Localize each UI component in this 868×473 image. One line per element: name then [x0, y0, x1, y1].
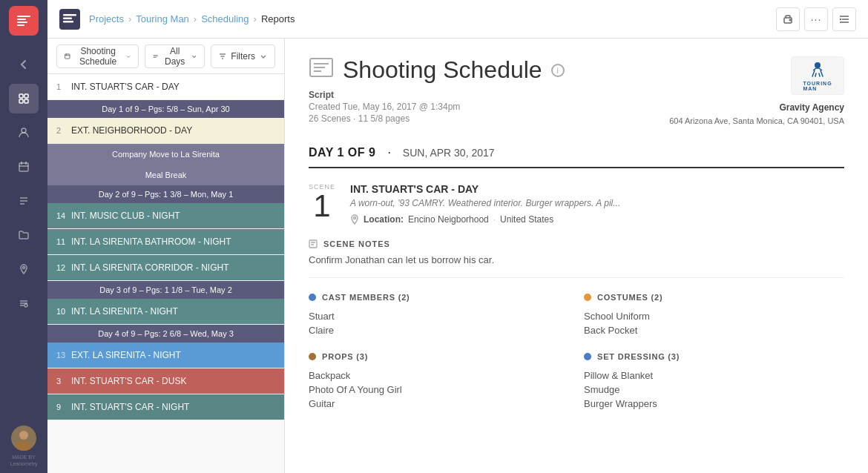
breadcrumb-sep2: ›	[194, 13, 197, 24]
top-bar-actions: ···	[776, 7, 856, 31]
agency-logo: TOURINGMAN	[791, 56, 844, 95]
scene-item-9[interactable]: 9 INT. STUART'S CAR - NIGHT	[47, 394, 284, 420]
day-divider-3: Day 3 of 9 – Pgs: 1 1/8 – Tue, May 2	[47, 281, 284, 299]
props-header: PROPS (3)	[309, 352, 569, 361]
report-header: Shooting Schedule i Script Created Tue, …	[309, 56, 844, 128]
rail-bottom: MADE BYLeanometry	[10, 426, 38, 467]
cast-header: CAST MEMBERS (2)	[309, 293, 569, 302]
content-area: Shooting Schedule All Days Filters 1	[47, 39, 868, 473]
svg-point-18	[815, 62, 821, 68]
nav-location[interactable]	[9, 254, 39, 284]
costume-item-2: Back Pocket	[584, 323, 844, 337]
scene-item-12[interactable]: 12 INT. LA SIRENITA CORRIDOR - NIGHT	[47, 255, 284, 281]
set-dressing-dot	[584, 353, 591, 360]
prop-item-3: Guitar	[309, 397, 569, 411]
category-grid: CAST MEMBERS (2) Stuart Claire COSTUMES …	[309, 293, 844, 411]
nav-scenes[interactable]	[9, 186, 39, 216]
breadcrumb-sep3: ›	[254, 13, 257, 24]
print-button[interactable]	[776, 7, 800, 31]
info-icon[interactable]: i	[551, 64, 565, 77]
scene-number-badge: SCENE 1	[309, 183, 335, 225]
scene-item-10[interactable]: 10 INT. LA SIRENITA - NIGHT	[47, 299, 284, 325]
svg-rect-2	[19, 99, 23, 103]
notes-header: SCENE NOTES	[309, 239, 844, 248]
scene-notes-section: SCENE NOTES Confirm Jonathan can let us …	[309, 239, 844, 278]
cast-dot	[309, 294, 316, 301]
sidebar-list: 1 INT. STUART'S CAR - DAY Day 1 of 9 – P…	[47, 74, 284, 473]
costumes-dot	[584, 294, 591, 301]
scene-item-3[interactable]: 3 INT. STUART'S CAR - DUSK	[47, 368, 284, 394]
day-sep: ·	[387, 146, 390, 159]
nav-users[interactable]	[9, 118, 39, 148]
scene-item-11[interactable]: 11 INT. LA SIRENITA BATHROOM - NIGHT	[47, 229, 284, 255]
set-dressing-item-2: Smudge	[584, 383, 844, 397]
report-title-text: Shooting Schedule	[343, 56, 542, 84]
report-title-icon	[309, 57, 334, 83]
scene-item-13[interactable]: 13 EXT. LA SIRENITA - NIGHT	[47, 343, 284, 368]
nav-folder[interactable]	[9, 220, 39, 250]
all-days-button[interactable]: All Days	[145, 44, 205, 68]
breadcrumb-scheduling[interactable]: Scheduling	[201, 13, 249, 24]
set-dressing-item-1: Pillow & Blanket	[584, 368, 844, 383]
scene-item-2[interactable]: 2 EXT. NEIGHBORHOOD - DAY	[47, 118, 284, 144]
main-content: Shooting Schedule i Script Created Tue, …	[285, 39, 868, 473]
svg-point-9	[16, 441, 31, 451]
svg-point-14	[789, 19, 791, 21]
svg-rect-11	[63, 17, 72, 19]
day-label: DAY 1 OF 9	[309, 146, 375, 159]
report-title-area: Shooting Schedule i Script Created Tue, …	[309, 56, 565, 125]
svg-rect-20	[309, 240, 317, 248]
svg-point-15	[840, 18, 841, 19]
meal-break-row: Meal Break	[47, 165, 284, 185]
top-bar: Projects › Touring Man › Scheduling › Re…	[47, 0, 868, 39]
scene-title: INT. STUART'S CAR - DAY	[350, 183, 844, 195]
prop-item-1: Backpack	[309, 368, 569, 383]
report-title-row: Shooting Schedule i	[309, 56, 565, 84]
user-avatar[interactable]	[11, 426, 36, 451]
notes-text: Confirm Jonathan can let us borrow his c…	[309, 254, 844, 265]
sidebar-toolbar: Shooting Schedule All Days Filters	[47, 39, 284, 74]
agency-info: TOURINGMAN Gravity Agency 604 Arizona Av…	[669, 56, 844, 128]
svg-point-6	[23, 267, 25, 269]
nav-settings[interactable]	[9, 288, 39, 318]
svg-rect-1	[24, 94, 28, 98]
breadcrumb-current: Reports	[261, 13, 295, 24]
svg-point-8	[19, 431, 28, 440]
costumes-section: COSTUMES (2) School Uniform Back Pocket	[584, 293, 844, 337]
breadcrumb-sep1: ›	[128, 13, 131, 24]
sidebar-panel: Shooting Schedule All Days Filters 1	[47, 39, 285, 473]
svg-point-19	[354, 216, 356, 219]
nav-home[interactable]	[9, 84, 39, 113]
scene-description: A worn-out, '93 CAMRY. Weathered interio…	[350, 198, 844, 208]
breadcrumb-project[interactable]: Touring Man	[136, 13, 189, 24]
breadcrumb-projects[interactable]: Projects	[89, 13, 124, 24]
set-dressing-section: SET DRESSING (3) Pillow & Blanket Smudge…	[584, 352, 844, 411]
layout-button[interactable]	[832, 7, 856, 31]
shooting-schedule-button[interactable]: Shooting Schedule	[56, 44, 139, 68]
more-button[interactable]: ···	[804, 7, 828, 31]
day-divider-1: Day 1 of 9 – Pgs: 5/8 – Sun, Apr 30	[47, 100, 284, 118]
nav-back[interactable]	[9, 50, 39, 79]
report-meta: Script Created Tue, May 16, 2017 @ 1:34p…	[309, 90, 565, 125]
icon-rail: MADE BYLeanometry	[0, 0, 47, 473]
day-section-header: DAY 1 OF 9 · SUN, APR 30, 2017	[309, 146, 844, 168]
props-section: PROPS (3) Backpack Photo Of A Young Girl…	[309, 352, 569, 411]
day-section-1: DAY 1 OF 9 · SUN, APR 30, 2017 SCENE 1 I…	[309, 146, 844, 411]
svg-rect-5	[19, 163, 28, 171]
cast-item-stuart: Stuart	[309, 309, 569, 323]
prop-item-2: Photo Of A Young Girl	[309, 383, 569, 397]
svg-rect-12	[63, 21, 73, 23]
props-dot	[309, 353, 316, 360]
svg-point-7	[24, 304, 27, 307]
nav-schedule[interactable]	[9, 152, 39, 182]
cast-item-claire: Claire	[309, 323, 569, 337]
svg-rect-10	[63, 14, 76, 16]
costume-item-1: School Uniform	[584, 309, 844, 323]
filters-button[interactable]: Filters	[211, 44, 275, 68]
brand-logo	[59, 9, 80, 30]
scene-item-1[interactable]: 1 INT. STUART'S CAR - DAY	[47, 74, 284, 100]
svg-point-4	[22, 128, 26, 133]
company-move-row: Company Move to La Sirenita	[47, 144, 284, 165]
day-divider-2: Day 2 of 9 – Pgs: 1 3/8 – Mon, May 1	[47, 185, 284, 203]
scene-item-14[interactable]: 14 INT. MUSIC CLUB - NIGHT	[47, 203, 284, 229]
